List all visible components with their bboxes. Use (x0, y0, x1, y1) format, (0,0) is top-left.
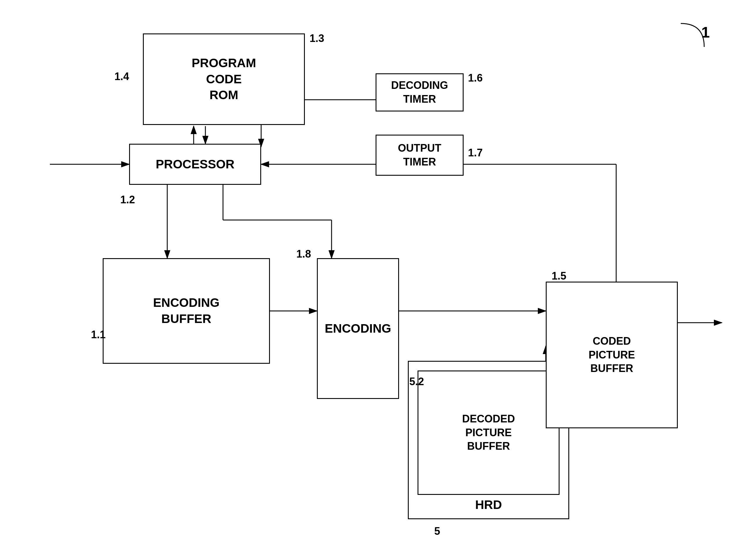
output-timer-box: OUTPUT TIMER (376, 134, 464, 176)
label-1-6: 1.6 (468, 72, 483, 84)
coded-picture-buffer-box: CODED PICTURE BUFFER (546, 282, 678, 428)
output-timer-label: OUTPUT TIMER (398, 142, 441, 169)
encoding-label: ENCODING (325, 320, 391, 337)
label-5-2: 5.2 (409, 375, 424, 388)
encoding-buffer-label: ENCODING BUFFER (153, 295, 219, 327)
processor-box: PROCESSOR (129, 144, 261, 185)
program-code-rom-label: PROGRAM CODE ROM (192, 55, 256, 103)
program-code-rom-box: PROGRAM CODE ROM (143, 33, 305, 125)
encoding-box: ENCODING (317, 258, 399, 399)
label-1-3: 1.3 (309, 32, 324, 44)
decoded-picture-buffer-label: DECODED PICTURE BUFFER (462, 412, 515, 453)
processor-label: PROCESSOR (156, 156, 235, 173)
decoded-picture-buffer-box: DECODED PICTURE BUFFER (418, 371, 560, 495)
label-1-4: 1.4 (114, 70, 129, 83)
decoding-timer-box: DECODING TIMER (376, 73, 464, 111)
label-1-7: 1.7 (468, 147, 483, 159)
encoding-buffer-box: ENCODING BUFFER (103, 258, 270, 364)
label-1-8: 1.8 (296, 248, 311, 260)
diagram: PROGRAM CODE ROM 1.3 1.4 PROCESSOR 1.2 D… (0, 0, 740, 560)
hrd-outer-box: HRD DECODED PICTURE BUFFER (408, 361, 569, 519)
label-1-5: 1.5 (552, 270, 566, 282)
label-1-1: 1.1 (91, 329, 106, 341)
diagram-ref: 1 (701, 23, 710, 41)
coded-picture-buffer-label: CODED PICTURE BUFFER (588, 335, 635, 375)
label-1-2: 1.2 (120, 194, 135, 206)
label-5: 5 (434, 525, 440, 537)
hrd-label: HRD (475, 497, 502, 513)
decoding-timer-label: DECODING TIMER (391, 79, 448, 106)
